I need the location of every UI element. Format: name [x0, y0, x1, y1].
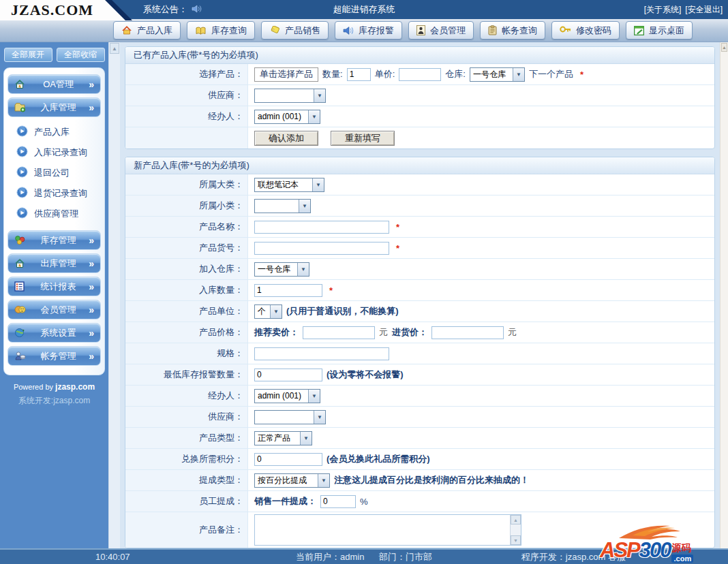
- sidebar-section-outbound[interactable]: 出库管理 »: [7, 253, 101, 273]
- toolbar-button-change-password[interactable]: 修改密码: [551, 21, 620, 40]
- field-label: 供应商：: [125, 85, 248, 106]
- sell-price-label: 推荐卖价：: [254, 326, 299, 339]
- sidebar-section-inbound[interactable]: 入库管理 »: [7, 97, 101, 117]
- warehouse-label: 仓库:: [445, 68, 466, 80]
- field-label: 所属大类：: [125, 174, 248, 195]
- field-label: [125, 127, 248, 148]
- sidebar-section-reports[interactable]: 统计报表 »: [7, 277, 101, 296]
- chevron-right-icon: »: [89, 102, 94, 113]
- stock-balls-icon: [14, 235, 28, 245]
- scroll-up-icon[interactable]: ▲: [721, 43, 727, 52]
- staff-commission-input[interactable]: [320, 495, 356, 508]
- supplier-select[interactable]: ▼: [254, 89, 326, 103]
- min-stock-input[interactable]: [254, 369, 322, 381]
- content-scrollbar[interactable]: ▲: [720, 42, 728, 548]
- buy-price-input[interactable]: [431, 326, 504, 339]
- sidebar: 全部展开 全部收缩 OA管理 » 入库管理 » 产品入库: [0, 42, 108, 548]
- toolbar-button-stock-query[interactable]: 库存查询: [187, 21, 255, 40]
- sell-price-input[interactable]: [303, 326, 375, 339]
- select-product-row: 选择产品： 单击选择产品 数量: 单价: 仓库: 一号仓库▼ 下一个产品*: [125, 64, 714, 85]
- oa-house-icon: [14, 79, 28, 89]
- chevron-right-icon: »: [89, 304, 94, 315]
- reset-button[interactable]: 重新填写: [331, 131, 395, 146]
- unit-select[interactable]: 个▼: [254, 304, 282, 319]
- percent-label: %: [360, 497, 368, 507]
- sidebar-item-return-company[interactable]: 退回公司: [6, 163, 102, 183]
- next-product-link[interactable]: 下一个产品: [529, 68, 573, 80]
- sidebar-section-stock[interactable]: 库存管理 »: [7, 230, 101, 250]
- handler-select[interactable]: admin (001)▼: [254, 110, 320, 124]
- toolbar-button-product-sale[interactable]: 产品销售: [261, 21, 329, 40]
- expand-all-button[interactable]: 全部展开: [4, 48, 52, 62]
- toolbar-button-member-manage[interactable]: 会员管理: [408, 21, 474, 40]
- field-label: 提成类型：: [125, 470, 248, 490]
- subcategory-select[interactable]: ▼: [254, 199, 311, 213]
- collapse-all-button[interactable]: 全部收缩: [57, 48, 105, 62]
- product-name-input[interactable]: [254, 221, 389, 234]
- subcategory-row: 所属小类： ▼: [125, 195, 714, 217]
- sidebar-scrollbar[interactable]: ▲: [108, 42, 120, 548]
- handler-select[interactable]: admin (001)▼: [254, 389, 320, 403]
- field-label: 产品类型：: [125, 428, 248, 448]
- scroll-up-icon[interactable]: ▲: [511, 515, 521, 524]
- remark-textarea[interactable]: ▲ ▼: [254, 514, 521, 546]
- sidebar-section-members[interactable]: 会员管理 »: [7, 300, 101, 319]
- category-select[interactable]: 联想笔记本▼: [254, 178, 324, 192]
- sidebar-item-supplier-manage[interactable]: 供应商管理: [6, 204, 102, 224]
- sidebar-section-settings[interactable]: 系统设置 »: [7, 323, 101, 343]
- toolbar-button-stock-alarm[interactable]: 库存报警: [335, 21, 402, 40]
- toolbar-button-show-desktop[interactable]: 显示桌面: [626, 21, 693, 40]
- scroll-down-icon[interactable]: ▼: [511, 535, 521, 545]
- warehouse-select[interactable]: 一号仓库▼: [254, 262, 309, 277]
- yuan-label: 元: [379, 326, 388, 339]
- system-developer: 系统开发:jzasp.com: [0, 395, 108, 407]
- supplier-row: 供应商： ▼: [125, 85, 714, 106]
- chevron-right-icon: »: [89, 328, 94, 339]
- price-label: 单价:: [375, 68, 395, 80]
- product-sku-input[interactable]: [254, 242, 389, 255]
- textarea-scrollbar[interactable]: ▲ ▼: [510, 515, 521, 545]
- field-label: 规格：: [125, 343, 248, 364]
- play-icon: [16, 125, 28, 139]
- supplier-select[interactable]: ▼: [254, 410, 326, 424]
- spec-row: 规格：: [125, 343, 714, 364]
- brand-logo: JZAS.COM: [0, 0, 125, 20]
- min-stock-row: 最低库存报警数量： (设为零将不会报警): [125, 364, 714, 386]
- confirm-add-button[interactable]: 确认添加: [254, 131, 318, 146]
- unit-price-input[interactable]: [399, 68, 441, 81]
- main-area: 全部展开 全部收缩 OA管理 » 入库管理 » 产品入库: [0, 42, 728, 548]
- sidebar-item-inbound-records[interactable]: 入库记录查询: [6, 142, 102, 163]
- top-bar: JZAS.COM 系统公告： 超能进销存系统 [关于系统] [安全退出]: [0, 0, 728, 19]
- qty-input[interactable]: [347, 68, 371, 81]
- pick-product-button[interactable]: 单击选择产品: [254, 67, 318, 82]
- spec-input[interactable]: [254, 347, 389, 360]
- commission-prefix: 销售一件提成：: [254, 495, 316, 507]
- unit-note: (只用于普通识别，不能换算): [286, 305, 399, 317]
- warehouse-select[interactable]: 一号仓库▼: [470, 67, 525, 82]
- about-system-link[interactable]: [关于系统]: [644, 4, 682, 16]
- members-smiley-icon: [14, 304, 28, 315]
- product-type-select[interactable]: 正常产品▼: [254, 431, 312, 445]
- tag-icon: [269, 26, 280, 35]
- logout-link[interactable]: [安全退出]: [685, 4, 723, 16]
- inbound-folder-icon: [14, 102, 28, 112]
- chevron-down-icon: ▼: [312, 178, 324, 191]
- sidebar-item-product-in[interactable]: 产品入库: [6, 122, 102, 142]
- existing-product-form: 已有产品入库(带*号的为必填项) 选择产品： 单击选择产品 数量: 单价: 仓库…: [125, 46, 715, 149]
- inbound-qty-input[interactable]: [254, 284, 322, 297]
- chevron-down-icon: ▼: [308, 390, 320, 403]
- field-label: 供应商：: [125, 407, 248, 427]
- scroll-up-icon[interactable]: ▲: [110, 43, 119, 54]
- field-label: 产品备注：: [125, 512, 248, 548]
- sidebar-menu-panel: OA管理 » 入库管理 » 产品入库 入库记录查询 退回公: [3, 67, 105, 375]
- toolbar-button-product-in[interactable]: 产品入库: [113, 21, 181, 40]
- sidebar-section-oa[interactable]: OA管理 »: [7, 74, 101, 94]
- chevron-right-icon: »: [89, 281, 94, 292]
- toolbar-button-account-query[interactable]: 帐务查询: [480, 21, 545, 40]
- globe-icon: [14, 328, 28, 338]
- sidebar-item-return-records[interactable]: 退货记录查询: [6, 183, 102, 204]
- form-title: 已有产品入库(带*号的为必填项): [125, 47, 714, 64]
- sidebar-section-finance[interactable]: 帐务管理 »: [7, 346, 101, 366]
- points-input[interactable]: [254, 453, 322, 466]
- commission-type-select[interactable]: 按百分比提成▼: [254, 473, 330, 488]
